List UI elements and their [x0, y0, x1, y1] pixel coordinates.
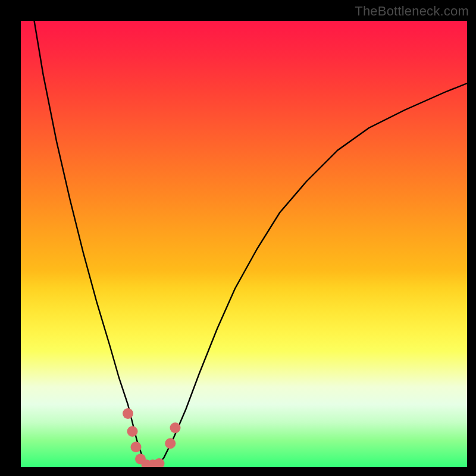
marker-dot: [123, 408, 133, 419]
bottleneck-curve: [35, 21, 468, 467]
marker-dot: [165, 438, 176, 449]
watermark-text: TheBottleneck.com: [355, 4, 469, 19]
plot-area: [21, 21, 467, 467]
marker-dot: [131, 441, 142, 452]
marker-dot: [170, 422, 181, 433]
chart-svg: [21, 21, 467, 467]
marker-dot: [127, 426, 138, 437]
marker-group: [123, 408, 181, 467]
outer-frame: TheBottleneck.com: [0, 0, 476, 476]
